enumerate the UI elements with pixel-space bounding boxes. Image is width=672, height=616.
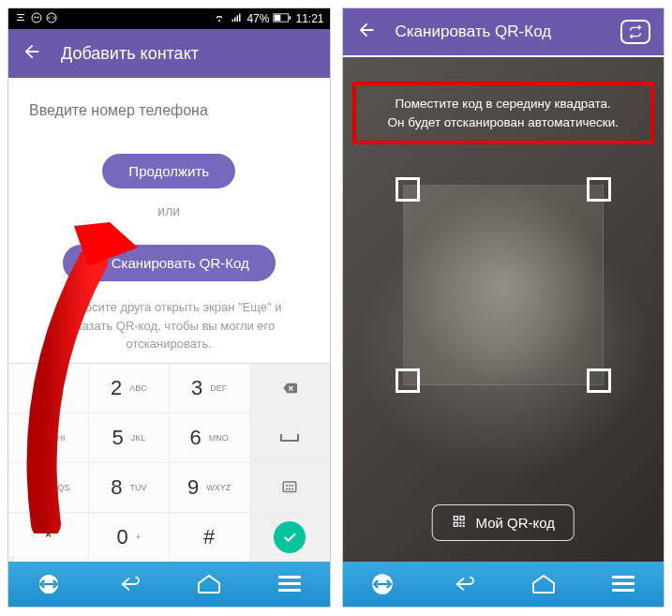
keypad-key-8[interactable]: 8TUV (89, 463, 170, 512)
continue-button[interactable]: Продолжить (102, 154, 235, 188)
svg-rect-17 (278, 576, 301, 578)
switch-camera-button[interactable] (620, 20, 650, 44)
keypad-key-5[interactable]: 5JKL (89, 413, 170, 462)
android-nav-bar (8, 562, 330, 607)
keypad-key-#[interactable]: # (170, 513, 250, 562)
svg-point-9 (286, 485, 288, 487)
svg-point-11 (291, 485, 293, 487)
keypad-key-9[interactable]: 9WXYZ (170, 463, 250, 512)
svg-point-12 (286, 488, 288, 489)
my-qr-button[interactable]: Мой QR-код (431, 504, 575, 541)
phone-screenshot-add-contact: 47% 11:21 Добавить контакт Продолжить ил… (7, 8, 331, 608)
frame-corner (396, 177, 420, 202)
keypad-key-1[interactable]: 1 (8, 364, 89, 413)
camera-viewfinder: Поместите код в середину квадрата. Он бу… (343, 57, 665, 562)
svg-point-2 (37, 16, 39, 18)
home-nav-button[interactable] (187, 569, 231, 599)
wifi-icon (213, 12, 226, 26)
camera-preview-tile (403, 185, 604, 385)
svg-rect-23 (612, 589, 635, 592)
app-bar: Добавить контакт (8, 29, 330, 78)
status-bar: 47% 11:21 (8, 8, 330, 29)
qr-icon (89, 254, 104, 272)
qr-icon (451, 514, 466, 532)
app-bar: Сканировать QR-Код (343, 8, 665, 55)
keypad-key-7[interactable]: 7PRQS (8, 463, 89, 512)
svg-point-1 (35, 16, 37, 18)
keypad-key-0[interactable]: 0+ (89, 513, 170, 562)
notif-icon (14, 12, 27, 26)
owl-icon (31, 12, 42, 26)
scan-instruction-box: Поместите код в середину квадрата. Он бу… (352, 82, 655, 144)
back-nav-button[interactable] (441, 569, 485, 599)
keypad-key-*[interactable]: * (8, 513, 89, 562)
or-divider: или (29, 203, 309, 218)
svg-rect-5 (275, 15, 281, 22)
keypad-key-4[interactable]: 4GHI (8, 413, 89, 462)
instruction-line-1: Поместите код в середину квадрата. (364, 95, 644, 113)
page-title: Добавить контакт (61, 44, 199, 64)
my-qr-label: Мой QR-код (475, 515, 555, 531)
back-icon[interactable] (22, 41, 42, 67)
svg-point-13 (289, 488, 291, 489)
scan-frame (396, 177, 611, 393)
recent-nav-button[interactable] (601, 569, 646, 599)
teamviewer-nav-icon[interactable] (26, 569, 71, 599)
keypad-backspace[interactable] (250, 364, 330, 413)
battery-icon (273, 12, 291, 25)
svg-point-10 (289, 485, 291, 487)
back-nav-button[interactable] (106, 569, 151, 599)
svg-point-0 (32, 13, 41, 23)
svg-point-14 (291, 488, 293, 489)
svg-rect-6 (290, 16, 291, 19)
recent-nav-button[interactable] (267, 569, 312, 599)
phone-number-input[interactable] (29, 95, 309, 128)
page-title: Сканировать QR-Код (396, 23, 552, 41)
clock-time: 11:21 (295, 12, 323, 25)
continue-button-label: Продолжить (128, 163, 209, 179)
instruction-line-2: Он будет отсканирован автоматически. (364, 113, 644, 132)
dial-keypad: 12ABC3DEF4GHI5JKL6MNO7PRQS8TUV9WXYZ*0+# (8, 363, 330, 562)
back-icon[interactable] (356, 20, 377, 45)
frame-corner (396, 368, 420, 393)
frame-corner (587, 368, 611, 393)
keypad-key-2[interactable]: 2ABC (89, 364, 170, 413)
keypad-space[interactable] (250, 413, 330, 462)
signal-icon (230, 12, 243, 26)
svg-rect-21 (612, 576, 635, 578)
home-nav-button[interactable] (521, 569, 566, 599)
frame-corner (587, 177, 611, 202)
keypad-key-3[interactable]: 3DEF (170, 364, 250, 413)
svg-rect-19 (278, 589, 301, 592)
svg-rect-22 (612, 582, 635, 585)
scan-hint-text: Попросите друга открыть экран "Еще" и по… (29, 298, 309, 353)
scan-qr-button-label: Сканировать QR-Код (112, 255, 249, 271)
teamviewer-notif-icon (46, 12, 57, 26)
add-contact-content: Продолжить или Сканировать QR-Код Попрос… (8, 78, 330, 353)
keypad-sym[interactable] (250, 463, 330, 512)
svg-rect-8 (283, 482, 296, 492)
svg-rect-18 (278, 582, 301, 585)
android-nav-bar (343, 562, 665, 607)
battery-pct: 47% (246, 12, 269, 25)
keypad-done[interactable] (250, 513, 330, 562)
keypad-key-6[interactable]: 6MNO (170, 413, 250, 462)
phone-screenshot-scan-qr: Сканировать QR-Код Поместите код в серед… (342, 8, 665, 608)
scan-qr-button[interactable]: Сканировать QR-Код (63, 245, 276, 281)
teamviewer-nav-icon[interactable] (360, 569, 405, 599)
